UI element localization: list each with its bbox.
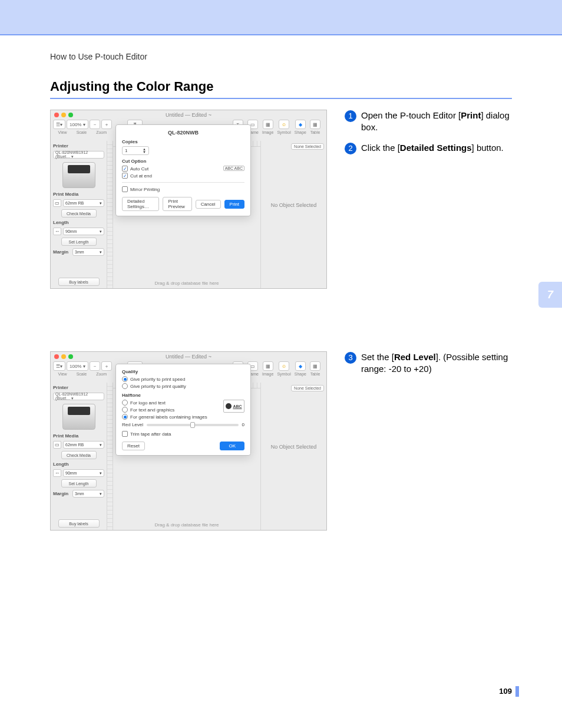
drop-hint: Drag & drop database file here xyxy=(113,281,260,286)
page-number-accent xyxy=(515,686,519,697)
quality-speed-radio[interactable] xyxy=(122,376,128,382)
printer-select[interactable]: QL-820NWB1912 (Bluet… ▾ xyxy=(53,151,104,159)
zoom-select[interactable]: 100% ▾ xyxy=(67,361,88,371)
step-3-badge: 3 xyxy=(345,352,356,364)
quality-label: Quality xyxy=(122,369,244,374)
ruler-vertical xyxy=(107,141,113,288)
step-2-text: Click the [Detailed Settings] button. xyxy=(361,142,504,154)
detailed-settings-dialog: Quality Give priority to print speed Giv… xyxy=(115,364,251,456)
cut-preview-chip: ABC ABC xyxy=(223,166,244,171)
symbol-label: Symbol xyxy=(277,130,290,134)
auto-cut-checkbox[interactable] xyxy=(122,166,128,172)
buy-labels-button[interactable]: Buy labels xyxy=(58,278,100,286)
minimize-icon[interactable] xyxy=(61,354,66,359)
printer-select[interactable]: QL-820NWB1912 (Bluet… ▾ xyxy=(53,393,104,400)
print-confirm-button[interactable]: Print xyxy=(224,200,244,209)
symbol-tool[interactable]: ☺ xyxy=(279,361,289,371)
image-tool[interactable]: ▦ xyxy=(263,361,273,371)
window-controls xyxy=(54,354,73,359)
length-input[interactable]: 90mm▾ xyxy=(63,469,104,477)
zoom-select[interactable]: 100% ▾ xyxy=(67,120,88,129)
margin-input[interactable]: 3mm▾ xyxy=(72,490,104,498)
printer-image xyxy=(62,404,95,430)
chapter-tab: 7 xyxy=(538,282,562,308)
detailed-settings-button[interactable]: Detailed Settings… xyxy=(122,197,159,211)
image-tool[interactable]: ▦ xyxy=(263,120,273,129)
copies-label: Copies xyxy=(122,139,244,144)
symbol-label: Symbol xyxy=(277,372,290,376)
check-media-button[interactable]: Check Media xyxy=(61,451,97,459)
mirror-checkbox[interactable] xyxy=(122,186,128,192)
zoom-in-button[interactable]: ＋ xyxy=(101,120,112,129)
cancel-button[interactable]: Cancel xyxy=(196,200,221,209)
shape-label: Shape xyxy=(295,130,306,134)
window-controls xyxy=(54,113,73,117)
media-icon: ▭ xyxy=(53,441,61,449)
halftone-logo-radio[interactable] xyxy=(122,400,128,406)
red-level-slider[interactable] xyxy=(147,424,239,426)
set-length-button[interactable]: Set Length xyxy=(61,238,97,246)
ok-button[interactable]: OK xyxy=(220,442,244,450)
drop-hint: Drag & drop database file here xyxy=(113,522,260,528)
trim-tape-checkbox[interactable] xyxy=(122,431,128,437)
media-select[interactable]: 62mm RB▾ xyxy=(63,199,104,207)
length-icon: ↔ xyxy=(53,228,61,235)
close-icon[interactable] xyxy=(54,113,59,117)
check-media-button[interactable]: Check Media xyxy=(61,209,97,218)
step-1-badge: 1 xyxy=(345,110,356,122)
length-label: Length xyxy=(53,220,104,225)
copies-stepper[interactable]: 1▲▼ xyxy=(122,146,149,155)
step-2-badge: 2 xyxy=(345,143,356,154)
reset-button[interactable]: Reset xyxy=(122,442,145,450)
printer-section-label: Printer xyxy=(53,143,104,149)
shape-tool[interactable]: ◆ xyxy=(295,361,306,371)
media-select[interactable]: 62mm RB▾ xyxy=(63,441,104,449)
margin-label: Margin xyxy=(53,491,71,496)
ruler-vertical xyxy=(107,383,113,530)
minimize-icon[interactable] xyxy=(61,113,66,117)
screenshot-detailed-settings: Untitled — Edited ~ ☰▾ 100% ▾ － ＋ View S… xyxy=(50,351,327,531)
media-icon: ▭ xyxy=(53,199,61,207)
halftone-label: Halftone xyxy=(122,393,244,398)
zoom-label: Zoom xyxy=(96,130,107,134)
close-icon[interactable] xyxy=(54,354,59,359)
printer-image xyxy=(62,162,95,188)
left-panel: Printer QL-820NWB1912 (Bluet… ▾ Print Me… xyxy=(51,141,107,288)
length-input[interactable]: 90mm▾ xyxy=(63,228,104,235)
quality-speed-label: Give priority to print speed xyxy=(130,377,185,382)
cut-at-end-checkbox[interactable] xyxy=(122,173,128,179)
printer-section-label: Printer xyxy=(53,385,104,390)
auto-cut-label: Auto Cut xyxy=(130,166,148,172)
zoom-in-button[interactable]: ＋ xyxy=(101,361,112,371)
view-button[interactable]: ☰▾ xyxy=(53,120,65,129)
margin-input[interactable]: 3mm▾ xyxy=(72,248,104,256)
zoom-icon[interactable] xyxy=(68,354,73,359)
length-icon: ↔ xyxy=(53,469,61,477)
symbol-tool[interactable]: ☺ xyxy=(279,120,289,129)
right-inspector: None Selected No Object Selected xyxy=(260,383,326,530)
print-preview-button[interactable]: Print Preview xyxy=(163,197,191,211)
halftone-text-radio[interactable] xyxy=(122,407,128,413)
set-length-button[interactable]: Set Length xyxy=(61,479,97,487)
red-level-label: Red Level xyxy=(122,422,143,427)
quality-quality-radio[interactable] xyxy=(122,383,128,389)
table-tool[interactable]: ▦ xyxy=(310,361,320,371)
print-media-label: Print Media xyxy=(53,433,104,439)
halftone-general-radio[interactable] xyxy=(122,414,128,420)
print-media-label: Print Media xyxy=(53,192,104,197)
zoom-out-button[interactable]: － xyxy=(90,361,100,371)
view-button[interactable]: ☰▾ xyxy=(53,361,65,371)
none-selected-button[interactable]: None Selected xyxy=(291,385,324,391)
zoom-icon[interactable] xyxy=(68,113,73,117)
buy-labels-button[interactable]: Buy labels xyxy=(58,519,100,528)
shape-label: Shape xyxy=(295,372,306,376)
breadcrumb: How to Use P-touch Editor xyxy=(50,52,562,61)
zoom-out-button[interactable]: － xyxy=(90,120,100,129)
table-tool[interactable]: ▦ xyxy=(310,120,320,129)
none-selected-button[interactable]: None Selected xyxy=(291,143,324,150)
quality-quality-label: Give priority to print quality xyxy=(130,384,186,389)
print-dialog: QL-820NWB Copies 1▲▼ Cut Option ABC ABC … xyxy=(115,124,251,216)
shape-tool[interactable]: ◆ xyxy=(295,120,306,129)
window-title: Untitled — Edited ~ xyxy=(51,352,326,361)
table-label: Table xyxy=(310,130,320,134)
